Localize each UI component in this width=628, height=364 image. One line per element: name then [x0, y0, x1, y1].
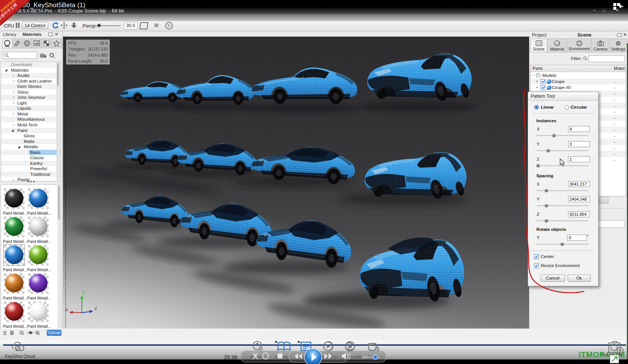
svg-text:z: z [95, 306, 97, 311]
svg-text:y: y [82, 290, 84, 295]
